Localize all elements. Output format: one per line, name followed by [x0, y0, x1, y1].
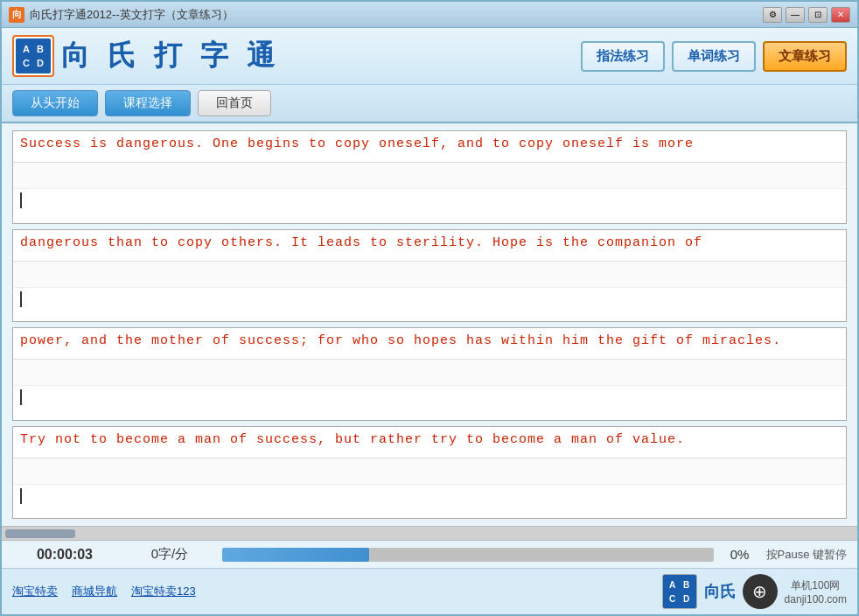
footer-right: A B C D 向氏 ⊕ 单机100网 danji100.com: [662, 574, 847, 609]
main-window: 向 向氏打字通2012--英文打字（文章练习） ⚙ — ⊡ ✕ A B C D …: [0, 0, 859, 616]
site-label: 单机100网: [791, 578, 840, 593]
logo-text: 向 氏 打 字 通: [61, 37, 280, 75]
text-line-4: Try not to become a man of success, but …: [13, 427, 846, 458]
window-controls: ⚙ — ⊡ ✕: [763, 7, 850, 23]
article-practice-button[interactable]: 文章练习: [763, 41, 847, 72]
footer-logo-b: B: [683, 580, 689, 590]
word-practice-button[interactable]: 单词练习: [672, 41, 756, 72]
nav-buttons: 指法练习 单词练习 文章练习: [581, 41, 847, 72]
title-bar: 向 向氏打字通2012--英文打字（文章练习） ⚙ — ⊡ ✕: [2, 2, 857, 28]
footer-logo-d: D: [683, 594, 689, 604]
footer-links: 淘宝特卖 商城导航 淘宝特卖123: [12, 584, 196, 599]
text-box-3: power, and the mother of success; for wh…: [12, 327, 847, 421]
logo-letter-c: C: [23, 59, 30, 68]
footer-site-area: 单机100网 danji100.com: [785, 578, 847, 606]
logo-letter-b: B: [37, 45, 44, 54]
progress-area: [222, 548, 714, 562]
footer-logo-a: A: [669, 580, 675, 590]
percent-display: 0%: [714, 547, 766, 562]
app-icon: 向: [9, 7, 24, 23]
footer-logo-box: A B C D: [662, 574, 697, 609]
status-bar: 00:00:03 0字/分 0% 按Pause 键暂停: [2, 540, 857, 568]
input-line-2[interactable]: [13, 262, 846, 288]
logo-icon-inner: A B C D: [16, 38, 51, 74]
close-button[interactable]: ✕: [831, 7, 850, 23]
footer-link-3[interactable]: 淘宝特卖123: [131, 584, 196, 599]
cursor-2: [20, 291, 22, 307]
sub-header: 从头开始 课程选择 回首页: [2, 85, 857, 123]
cursor-3: [20, 389, 22, 405]
text-box-1: Success is dangerous. One begins to copy…: [12, 130, 847, 224]
text-line-1: Success is dangerous. One begins to copy…: [13, 131, 846, 163]
header: A B C D 向 氏 打 字 通 指法练习 单词练习 文章练习: [2, 28, 857, 85]
footer-link-1[interactable]: 淘宝特卖: [12, 584, 58, 599]
input-line-1[interactable]: [13, 163, 846, 189]
title-bar-left: 向 向氏打字通2012--英文打字（文章练习）: [9, 7, 234, 23]
timer-display: 00:00:03: [12, 547, 117, 563]
minimize-button[interactable]: —: [786, 7, 805, 23]
progress-bar-background: [222, 548, 714, 562]
footer: 淘宝特卖 商城导航 淘宝特卖123 A B C D 向氏 ⊕ 单机100网 da…: [2, 568, 857, 614]
speed-display: 0字/分: [117, 546, 222, 563]
logo-area: A B C D 向 氏 打 字 通: [12, 35, 280, 77]
restore-button[interactable]: ⊡: [808, 7, 828, 23]
footer-brand-text: 向氏: [704, 581, 736, 602]
main-content: Success is dangerous. One begins to copy…: [2, 123, 857, 526]
text-box-2: dangerous than to copy others. It leads …: [12, 229, 847, 323]
cursor-area-2: [13, 288, 846, 311]
text-line-2: dangerous than to copy others. It leads …: [13, 230, 846, 262]
input-line-3[interactable]: [13, 360, 846, 386]
home-button[interactable]: 回首页: [198, 90, 271, 116]
app-logo-icon: A B C D: [12, 35, 54, 77]
footer-link-2[interactable]: 商城导航: [72, 584, 117, 599]
horizontal-scrollbar[interactable]: [2, 526, 857, 540]
scroll-thumb[interactable]: [5, 529, 75, 538]
pause-hint: 按Pause 键暂停: [766, 547, 847, 563]
window-title: 向氏打字通2012--英文打字（文章练习）: [30, 7, 234, 23]
start-from-beginning-button[interactable]: 从头开始: [12, 90, 98, 116]
finger-practice-button[interactable]: 指法练习: [581, 41, 665, 72]
cursor-1: [20, 192, 22, 208]
cursor-area-1: [13, 189, 846, 212]
site-domain: danji100.com: [785, 593, 847, 606]
text-box-4: Try not to become a man of success, but …: [12, 426, 847, 520]
input-line-4[interactable]: [13, 458, 846, 485]
settings-button[interactable]: ⚙: [763, 7, 782, 23]
footer-logo-c: C: [669, 594, 675, 604]
cursor-4: [20, 488, 22, 504]
progress-bar-fill: [222, 548, 369, 562]
logo-letter-d: D: [37, 59, 44, 68]
cursor-area-3: [13, 386, 846, 409]
text-line-3: power, and the mother of success; for wh…: [13, 328, 846, 360]
cursor-area-4: [13, 485, 846, 508]
logo-letter-a: A: [23, 45, 30, 54]
course-select-button[interactable]: 课程选择: [105, 90, 191, 116]
camera-icon: ⊕: [743, 574, 778, 609]
